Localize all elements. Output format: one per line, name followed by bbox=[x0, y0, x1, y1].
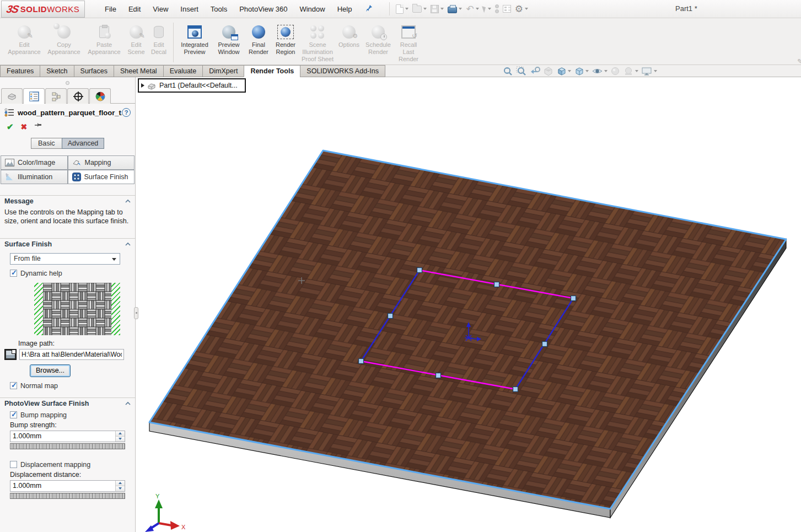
open-icon[interactable] bbox=[411, 4, 428, 14]
zoom-fit-icon[interactable] bbox=[503, 66, 513, 77]
basic-mode-button[interactable]: Basic bbox=[31, 138, 62, 149]
cancel-button[interactable] bbox=[21, 122, 28, 131]
schedule-render-icon bbox=[372, 23, 385, 41]
tab-surface-finish[interactable]: Surface Finish bbox=[68, 170, 135, 184]
options-gear-icon[interactable]: ⚙ bbox=[514, 3, 529, 15]
previous-view-icon[interactable] bbox=[529, 66, 540, 77]
dimxpert-manager-tab[interactable] bbox=[67, 88, 89, 104]
menu-window[interactable]: Window bbox=[294, 3, 330, 15]
save-icon[interactable] bbox=[429, 4, 445, 14]
bump-strength-input[interactable]: 1.000mm bbox=[10, 431, 125, 442]
ok-button[interactable] bbox=[7, 122, 14, 132]
display-manager-tab[interactable] bbox=[89, 88, 111, 104]
apply-scene-icon[interactable] bbox=[623, 66, 638, 77]
tab-color-image[interactable]: Color/Image bbox=[1, 155, 68, 170]
menu-photoview360[interactable]: PhotoView 360 bbox=[234, 3, 293, 15]
image-path-label: Image path: bbox=[18, 340, 135, 347]
preview-window-button[interactable]: Preview Window bbox=[212, 22, 245, 56]
tab-solidworks-add-ins[interactable]: SOLIDWORKS Add-Ins bbox=[300, 65, 385, 77]
display-style-icon[interactable] bbox=[574, 66, 589, 77]
expand-arrow-icon[interactable] bbox=[141, 83, 144, 88]
edit-appearance-icon: ✎ bbox=[18, 23, 31, 41]
displacement-distance-slider[interactable] bbox=[10, 493, 125, 499]
graphics-viewport[interactable]: Y X bbox=[136, 78, 801, 532]
menu-edit[interactable]: Edit bbox=[123, 3, 146, 15]
final-render-button[interactable]: Final Render bbox=[245, 22, 272, 56]
property-manager-header: wood_pattern_parquet_floor_t... ? bbox=[4, 108, 131, 117]
normal-map-checkbox[interactable] bbox=[10, 382, 17, 389]
tab-render-tools[interactable]: Render Tools bbox=[244, 65, 300, 77]
scene-illumination-proof-sheet-button[interactable]: Scene Illumination Proof Sheet bbox=[299, 22, 336, 63]
photoview-group-header[interactable]: PhotoView Surface Finish bbox=[0, 397, 135, 409]
tab-sketch[interactable]: Sketch bbox=[40, 65, 73, 77]
ribbon-separator bbox=[173, 23, 174, 62]
image-path-input[interactable] bbox=[19, 349, 124, 360]
panel-grip[interactable] bbox=[0, 77, 135, 88]
select-icon[interactable] bbox=[482, 4, 492, 14]
bump-texture-thumbnail bbox=[43, 283, 111, 335]
view-settings-icon[interactable] bbox=[641, 66, 657, 77]
tab-surfaces[interactable]: Surfaces bbox=[74, 65, 114, 77]
paste-appearance-button[interactable]: Paste Appearance bbox=[84, 22, 125, 56]
displacement-mapping-checkbox[interactable] bbox=[10, 461, 17, 468]
displacement-distance-spinner[interactable] bbox=[115, 481, 125, 491]
keep-visible-pin-icon[interactable] bbox=[34, 123, 43, 131]
task-pane-icon[interactable] bbox=[502, 4, 512, 14]
render-region-icon bbox=[277, 23, 294, 41]
render-region-button[interactable]: Render Region bbox=[272, 22, 299, 56]
recall-last-render-button[interactable]: ↺ Recall Last Render bbox=[394, 22, 423, 63]
section-view-icon[interactable] bbox=[543, 66, 553, 77]
tab-features[interactable]: Features bbox=[0, 65, 40, 77]
advanced-mode-button[interactable]: Advanced bbox=[62, 138, 105, 149]
panel-splitter-handle[interactable] bbox=[134, 307, 138, 319]
menu-tools[interactable]: Tools bbox=[205, 3, 233, 15]
tab-evaluate[interactable]: Evaluate bbox=[163, 65, 203, 77]
menu-view[interactable]: View bbox=[147, 3, 174, 15]
help-icon[interactable]: ? bbox=[122, 108, 131, 117]
tab-sheet-metal[interactable]: Sheet Metal bbox=[114, 65, 163, 77]
configuration-manager-tab[interactable] bbox=[45, 88, 67, 104]
bump-mapping-checkbox[interactable] bbox=[10, 411, 17, 418]
illumination-icon bbox=[5, 173, 14, 181]
logo-brand: SOLIDWORKS bbox=[20, 4, 80, 14]
browse-button[interactable]: Browse... bbox=[30, 364, 71, 377]
undo-icon[interactable]: ↶ bbox=[465, 3, 480, 15]
new-icon[interactable] bbox=[395, 3, 410, 15]
edit-appearance-icon[interactable] bbox=[610, 66, 621, 77]
print-icon[interactable] bbox=[447, 4, 463, 14]
mapping-icon bbox=[72, 159, 82, 166]
displacement-distance-input[interactable]: 1.000mm bbox=[10, 480, 125, 492]
edit-scene-button[interactable]: ✎ Edit Scene bbox=[125, 22, 148, 56]
copy-appearance-button[interactable]: Copy Appearance bbox=[44, 22, 84, 56]
flyout-feature-tree[interactable]: Part1 (Default<<Default... bbox=[138, 78, 246, 93]
zoom-area-icon[interactable] bbox=[516, 66, 526, 77]
schedule-render-button[interactable]: Schedule Render bbox=[362, 22, 394, 56]
feature-manager-tab[interactable] bbox=[1, 88, 23, 104]
status-lights-icon[interactable] bbox=[494, 3, 500, 14]
pin-icon[interactable] bbox=[365, 4, 374, 14]
options-button[interactable]: ⚙ Options bbox=[336, 22, 362, 49]
property-manager-panel: wood_pattern_parquet_floor_t... ? Basic … bbox=[0, 77, 136, 532]
bump-strength-slider[interactable] bbox=[10, 443, 125, 449]
menu-insert[interactable]: Insert bbox=[175, 3, 204, 15]
edit-appearance-button[interactable]: ✎ Edit Appearance bbox=[4, 22, 44, 56]
hatch-right bbox=[111, 283, 120, 335]
texture-preview bbox=[34, 283, 120, 335]
final-render-icon bbox=[252, 23, 265, 41]
surface-finish-source-dropdown[interactable]: From file bbox=[10, 253, 120, 265]
message-group-header[interactable]: Message bbox=[0, 195, 135, 207]
surface-finish-group-header[interactable]: Surface Finish bbox=[0, 238, 135, 250]
tab-illumination[interactable]: Illumination bbox=[1, 170, 68, 184]
tab-mapping[interactable]: Mapping bbox=[68, 155, 135, 170]
menu-file[interactable]: File bbox=[99, 3, 122, 15]
view-orientation-icon[interactable] bbox=[556, 66, 571, 77]
integrated-preview-button[interactable]: Integrated Preview bbox=[177, 22, 212, 56]
bump-strength-spinner[interactable] bbox=[115, 431, 125, 442]
menu-help[interactable]: Help bbox=[332, 3, 358, 15]
edit-decal-button[interactable]: ✎ Edit Decal bbox=[148, 22, 170, 56]
hide-show-icon[interactable] bbox=[592, 66, 608, 77]
message-body: Use the controls on the Mapping tab to s… bbox=[0, 207, 135, 229]
property-manager-tab[interactable] bbox=[23, 88, 45, 104]
tab-dimxpert[interactable]: DimXpert bbox=[202, 65, 244, 77]
dynamic-help-checkbox[interactable] bbox=[10, 270, 17, 277]
